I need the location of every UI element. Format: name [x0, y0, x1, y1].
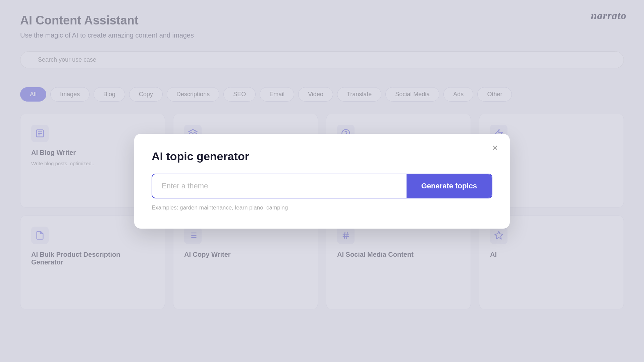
modal-overlay[interactable]: × AI topic generator Generate topics Exa… [0, 0, 644, 362]
theme-input[interactable] [152, 174, 407, 198]
modal-title: AI topic generator [152, 150, 492, 163]
modal-input-row: Generate topics [152, 174, 492, 198]
generate-topics-button[interactable]: Generate topics [407, 174, 492, 198]
modal-close-button[interactable]: × [492, 143, 498, 153]
modal-examples: Examples: garden maintenance, learn pian… [152, 204, 492, 211]
modal: × AI topic generator Generate topics Exa… [134, 134, 510, 229]
